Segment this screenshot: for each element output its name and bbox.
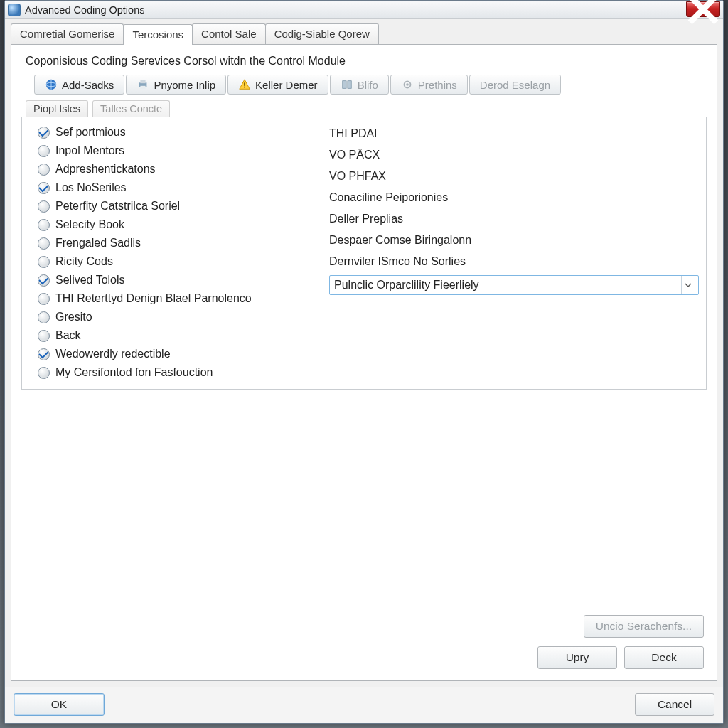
value-text: VO PHFAX	[329, 168, 699, 184]
print-icon	[136, 78, 149, 91]
option-row[interactable]: Selived Tolols	[38, 274, 308, 287]
option-radio[interactable]	[38, 256, 50, 268]
value-text: THI PDAI	[329, 126, 699, 141]
option-row[interactable]: My Cersifontod fon Fasfouction	[38, 366, 308, 379]
subtab-talles[interactable]: Talles Concte	[92, 100, 170, 117]
option-radio[interactable]	[38, 367, 50, 379]
option-label: My Cersifontod fon Fasfouction	[55, 366, 213, 379]
option-row[interactable]: Frengaled Sadlis	[38, 237, 308, 250]
toolbar-prethins[interactable]: Prethins	[390, 75, 468, 95]
option-label: Selecity Book	[55, 218, 124, 231]
option-row[interactable]: THI Reterttyd Denign Blael Parnolenco	[38, 292, 308, 305]
tab-comretial[interactable]: Comretial Gomerise	[11, 23, 124, 44]
tab-label: Tercosions	[132, 28, 183, 41]
tab-label: Codig-Siable Qorew	[274, 28, 370, 40]
section-title: Coponisious Coding Serevices Corsol witd…	[26, 55, 707, 68]
gear-icon	[401, 78, 414, 91]
value-text: VO PÄCX	[329, 147, 699, 163]
option-radio[interactable]	[38, 127, 50, 139]
action-button-row: Upry Deck	[21, 642, 707, 673]
toolbar-label: Pnyome Inlip	[154, 79, 215, 91]
tab-strip: Comretial Gomerise Tercosions Contol Sal…	[5, 19, 723, 44]
option-label: Inpol Mentors	[55, 144, 124, 157]
button-label: OK	[51, 698, 67, 710]
toolbar-blifo[interactable]: Blifo	[330, 75, 389, 95]
tab-tercosions[interactable]: Tercosions	[123, 24, 193, 45]
tab-contol[interactable]: Contol Sale	[192, 23, 266, 44]
option-row[interactable]: Adpreshentickatons	[38, 163, 308, 176]
options-list: Sef portmiousInpol MentorsAdpreshenticka…	[38, 124, 308, 379]
warning-icon	[238, 78, 251, 91]
dialog-window: Advanced Coding Options Comretial Gomeri…	[4, 0, 724, 724]
svg-point-8	[406, 83, 409, 86]
button-label: Upry	[566, 651, 589, 663]
option-row[interactable]: Sef portmious	[38, 126, 308, 139]
option-radio[interactable]	[38, 164, 50, 176]
button-label: Cancel	[658, 698, 692, 710]
option-row[interactable]: Selecity Book	[38, 218, 308, 231]
option-row[interactable]: Back	[38, 329, 308, 342]
options-panel: Sef portmiousInpol MentorsAdpreshenticka…	[21, 117, 707, 390]
option-row[interactable]: Wedowerdly redectible	[38, 348, 308, 360]
toolbar-add-sadks[interactable]: Add-Sadks	[34, 75, 124, 95]
subtab-label: Talles Concte	[100, 103, 162, 114]
value-text: Conaciline Peiporionies	[329, 190, 699, 205]
option-radio[interactable]	[38, 330, 50, 342]
tab-body: Coponisious Coding Serevices Corsol witd…	[11, 44, 717, 681]
option-row[interactable]: Los NoSeriles	[38, 181, 308, 194]
option-label: Back	[55, 329, 81, 342]
close-button[interactable]	[686, 1, 720, 17]
toolbar-label: Prethins	[418, 79, 457, 91]
uncio-button[interactable]: Uncio Serachenfs...	[584, 615, 704, 638]
values-list: THI PDAIVO PÄCXVO PHFAXConaciline Peipor…	[329, 124, 699, 379]
subtab-label: Piopl Isles	[33, 103, 80, 114]
dialog-footer: OK Cancel	[5, 687, 723, 723]
toolbar-derod[interactable]: Derod Eselagn	[469, 75, 561, 95]
titlebar: Advanced Coding Options	[5, 1, 723, 19]
option-radio[interactable]	[38, 237, 50, 250]
inner-button-row: Uncio Serachenfs...	[21, 587, 707, 642]
option-radio[interactable]	[38, 219, 50, 231]
tab-label: Comretial Gomerise	[20, 28, 114, 40]
window-title: Advanced Coding Options	[25, 4, 686, 16]
cancel-button[interactable]: Cancel	[635, 693, 714, 716]
option-label: Los NoSeriles	[55, 181, 127, 194]
subtab-piopl[interactable]: Piopl Isles	[26, 100, 88, 117]
combo-value: Pulnclic Orparclility Fieerliely	[334, 279, 479, 291]
option-radio[interactable]	[38, 182, 50, 194]
option-radio[interactable]	[38, 145, 50, 157]
button-label: Deck	[651, 651, 676, 663]
toolbar-label: Add-Sadks	[62, 79, 114, 91]
value-text: Despaer Comse Biringalonn	[329, 232, 699, 248]
option-label: Ricity Cods	[55, 255, 113, 268]
upry-button[interactable]: Upry	[537, 646, 617, 669]
ok-button[interactable]: OK	[14, 693, 105, 716]
option-label: Wedowerdly redectible	[55, 348, 171, 360]
option-row[interactable]: Ricity Cods	[38, 255, 308, 268]
option-radio[interactable]	[38, 200, 50, 213]
tab-label: Contol Sale	[201, 28, 257, 40]
svg-rect-3	[141, 80, 146, 84]
toolbar-label: Derod Eselagn	[480, 79, 550, 91]
option-label: Gresito	[55, 311, 92, 323]
option-label: Selived Tolols	[55, 274, 125, 287]
deck-button[interactable]: Deck	[624, 646, 704, 669]
option-radio[interactable]	[38, 348, 50, 360]
orparclility-combo[interactable]: Pulnclic Orparclility Fieerliely	[329, 275, 699, 295]
option-row[interactable]: Inpol Mentors	[38, 144, 308, 157]
option-label: Sef portmious	[55, 126, 126, 139]
option-radio[interactable]	[38, 293, 50, 305]
toolbar-keller[interactable]: Keller Demer	[228, 75, 328, 95]
tab-codig[interactable]: Codig-Siable Qorew	[265, 23, 379, 44]
option-row[interactable]: Peterfity Catstrilca Soriel	[38, 200, 308, 213]
option-row[interactable]: Gresito	[38, 311, 308, 323]
button-label: Uncio Serachenfs...	[596, 620, 692, 632]
app-icon	[8, 4, 21, 16]
option-label: Frengaled Sadlis	[55, 237, 141, 250]
svg-rect-6	[244, 87, 245, 88]
book-icon	[341, 78, 353, 91]
option-radio[interactable]	[38, 311, 50, 323]
option-radio[interactable]	[38, 274, 50, 287]
toolbar-pnyome[interactable]: Pnyome Inlip	[126, 75, 226, 95]
option-label: THI Reterttyd Denign Blael Parnolenco	[55, 292, 252, 305]
